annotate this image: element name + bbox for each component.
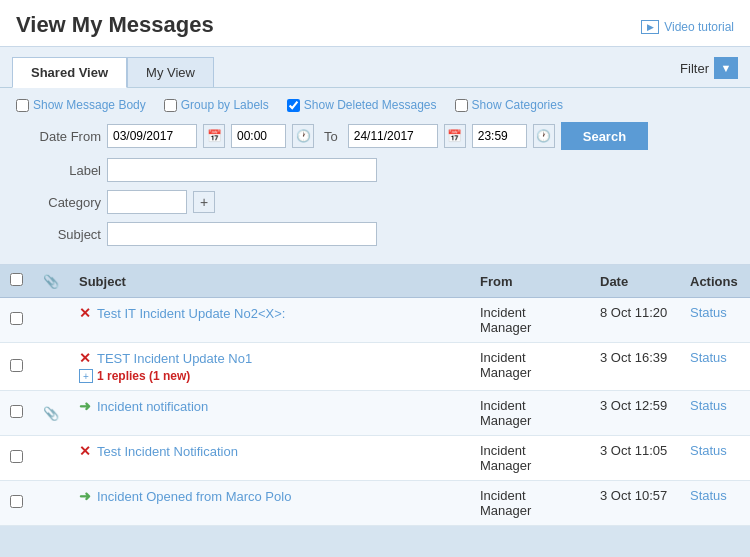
page-header: View My Messages ▶ Video tutorial <box>0 0 750 47</box>
video-tutorial-link[interactable]: Video tutorial <box>664 20 734 34</box>
messages-table-container: 📎 Subject From Date Actions ✕Test IT Inc… <box>0 265 750 526</box>
date-from-row: Date From 📅 🕐 To 📅 🕐 Search <box>16 122 734 150</box>
date-from-input[interactable] <box>107 124 197 148</box>
subject-link[interactable]: TEST Incident Update No1 <box>97 351 252 366</box>
row-subject-cell: ✕Test IT Incident Update No2<X>: <box>69 298 470 343</box>
row-actions-cell: Status <box>680 391 750 436</box>
row-checkbox-cell <box>0 481 33 526</box>
row-date-cell: 3 Oct 12:59 <box>590 391 680 436</box>
row-checkbox[interactable] <box>10 495 23 508</box>
row-actions-cell: Status <box>680 481 750 526</box>
category-label: Category <box>16 195 101 210</box>
row-checkbox[interactable] <box>10 359 23 372</box>
row-checkbox-cell <box>0 343 33 391</box>
filter-dropdown-button[interactable]: ▼ <box>714 57 738 79</box>
show-deleted-messages-label: Show Deleted Messages <box>304 98 437 112</box>
status-link[interactable]: Status <box>690 350 727 365</box>
date-from-calendar-icon[interactable]: 📅 <box>203 124 225 148</box>
show-categories-label: Show Categories <box>472 98 563 112</box>
show-deleted-messages-checkbox[interactable]: Show Deleted Messages <box>287 98 437 112</box>
filter-panel: Show Message Body Group by Labels Show D… <box>0 88 750 265</box>
tabs-row: Shared View My View Filter ▼ <box>0 47 750 88</box>
subject-link[interactable]: Incident Opened from Marco Polo <box>97 489 291 504</box>
search-button[interactable]: Search <box>561 122 648 150</box>
row-checkbox[interactable] <box>10 405 23 418</box>
row-actions-cell: Status <box>680 436 750 481</box>
reply-expand[interactable]: + 1 replies (1 new) <box>79 369 190 383</box>
col-header-check <box>0 265 33 298</box>
status-link[interactable]: Status <box>690 305 727 320</box>
row-checkbox[interactable] <box>10 450 23 463</box>
row-subject-cell: ➜Incident Opened from Marco Polo <box>69 481 470 526</box>
status-link[interactable]: Status <box>690 488 727 503</box>
row-actions-cell: Status <box>680 298 750 343</box>
row-checkbox-cell <box>0 298 33 343</box>
page-title: View My Messages <box>16 12 214 38</box>
time-from-input[interactable] <box>231 124 286 148</box>
table-header-row: 📎 Subject From Date Actions <box>0 265 750 298</box>
show-categories-checkbox[interactable]: Show Categories <box>455 98 563 112</box>
group-by-labels-input[interactable] <box>164 99 177 112</box>
row-date-cell: 3 Oct 16:39 <box>590 343 680 391</box>
col-header-from: From <box>470 265 590 298</box>
arrow-icon: ➜ <box>79 488 91 504</box>
row-checkbox-cell <box>0 436 33 481</box>
table-row: ✕TEST Incident Update No1+ 1 replies (1 … <box>0 343 750 391</box>
x-icon: ✕ <box>79 305 91 321</box>
time-to-input[interactable] <box>472 124 527 148</box>
table-row: 📎➜Incident notificationIncident Manager3… <box>0 391 750 436</box>
status-link[interactable]: Status <box>690 443 727 458</box>
row-from-cell: Incident Manager <box>470 436 590 481</box>
date-from-label: Date From <box>16 129 101 144</box>
show-message-body-input[interactable] <box>16 99 29 112</box>
show-deleted-messages-input[interactable] <box>287 99 300 112</box>
row-date-cell: 3 Oct 11:05 <box>590 436 680 481</box>
show-message-body-label: Show Message Body <box>33 98 146 112</box>
row-subject-cell: ➜Incident notification <box>69 391 470 436</box>
col-header-date: Date <box>590 265 680 298</box>
table-body: ✕Test IT Incident Update No2<X>:Incident… <box>0 298 750 526</box>
time-to-clock-icon[interactable]: 🕐 <box>533 124 555 148</box>
row-attach-cell: 📎 <box>33 391 69 436</box>
filter-area: Filter ▼ <box>680 57 738 87</box>
row-from-cell: Incident Manager <box>470 343 590 391</box>
show-message-body-checkbox[interactable]: Show Message Body <box>16 98 146 112</box>
x-icon: ✕ <box>79 443 91 459</box>
label-input[interactable] <box>107 158 377 182</box>
group-by-labels-label: Group by Labels <box>181 98 269 112</box>
row-actions-cell: Status <box>680 343 750 391</box>
time-from-clock-icon[interactable]: 🕐 <box>292 124 314 148</box>
row-checkbox-cell <box>0 391 33 436</box>
play-icon[interactable]: ▶ <box>641 20 659 34</box>
group-by-labels-checkbox[interactable]: Group by Labels <box>164 98 269 112</box>
subject-link[interactable]: Incident notification <box>97 399 208 414</box>
attachment-icon: 📎 <box>43 406 59 421</box>
date-to-input[interactable] <box>348 124 438 148</box>
subject-row: Subject <box>16 222 734 246</box>
table-row: ➜Incident Opened from Marco PoloIncident… <box>0 481 750 526</box>
tab-shared-view[interactable]: Shared View <box>12 57 127 88</box>
category-input[interactable] <box>107 190 187 214</box>
show-categories-input[interactable] <box>455 99 468 112</box>
row-attach-cell <box>33 436 69 481</box>
subject-link[interactable]: Test IT Incident Update No2<X>: <box>97 306 285 321</box>
status-link[interactable]: Status <box>690 398 727 413</box>
row-date-cell: 8 Oct 11:20 <box>590 298 680 343</box>
row-from-cell: Incident Manager <box>470 481 590 526</box>
video-tutorial-area: ▶ Video tutorial <box>641 20 734 34</box>
reply-count-text: 1 replies (1 new) <box>97 369 190 383</box>
add-category-button[interactable]: + <box>193 191 215 213</box>
table-row: ✕Test IT Incident Update No2<X>:Incident… <box>0 298 750 343</box>
messages-table: 📎 Subject From Date Actions ✕Test IT Inc… <box>0 265 750 526</box>
row-from-cell: Incident Manager <box>470 298 590 343</box>
select-all-checkbox[interactable] <box>10 273 23 286</box>
table-row: ✕Test Incident NotificationIncident Mana… <box>0 436 750 481</box>
subject-input[interactable] <box>107 222 377 246</box>
tab-my-view[interactable]: My View <box>127 57 214 87</box>
checkboxes-row: Show Message Body Group by Labels Show D… <box>16 98 734 112</box>
col-header-actions: Actions <box>680 265 750 298</box>
row-checkbox[interactable] <box>10 312 23 325</box>
subject-link[interactable]: Test Incident Notification <box>97 444 238 459</box>
reply-expand-box: + <box>79 369 93 383</box>
date-to-calendar-icon[interactable]: 📅 <box>444 124 466 148</box>
